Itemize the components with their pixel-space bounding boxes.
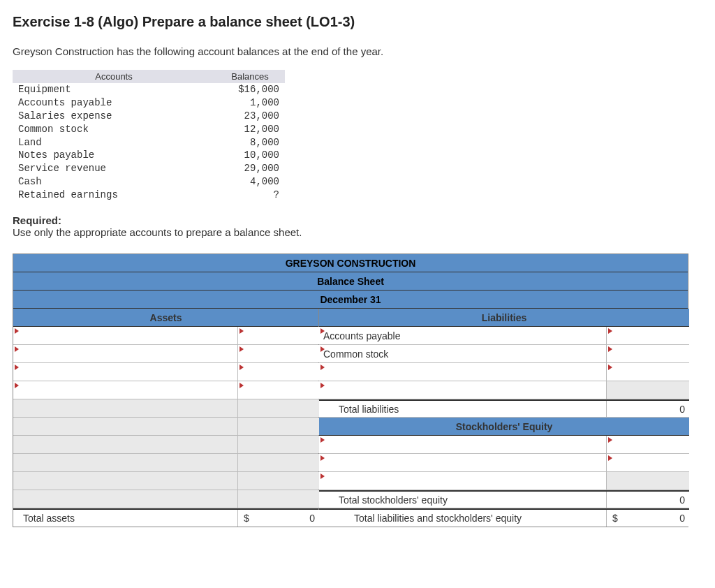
blank-cell: [607, 472, 689, 490]
total-liab-equity-value: 0: [607, 510, 689, 527]
intro-text: Greyson Construction has the following a…: [13, 45, 702, 57]
asset-account-dropdown[interactable]: [13, 345, 238, 362]
total-equity-label: Total stockholders' equity: [319, 492, 607, 508]
liability-account-dropdown[interactable]: [319, 381, 607, 399]
liability-amount-input[interactable]: [607, 327, 689, 344]
total-equity-value: 0: [607, 492, 689, 508]
liability-account-dropdown[interactable]: Accounts payable: [319, 327, 607, 344]
account-name: Accounts payable: [13, 96, 215, 110]
account-name: Retained earnings: [13, 189, 215, 202]
account-balance: 29,000: [215, 162, 285, 175]
dropdown-icon: [320, 437, 325, 443]
blank-cell: [13, 418, 238, 435]
liability-amount-input[interactable]: [607, 363, 689, 381]
dropdown-icon: [320, 455, 325, 461]
dropdown-icon: [15, 383, 19, 388]
total-liabilities-label: Total liabilities: [319, 401, 607, 417]
account-balance: 1,000: [215, 96, 285, 110]
account-name: Service revenue: [13, 162, 215, 175]
total-liabilities-value: 0: [607, 401, 689, 417]
account-balance: 12,000: [215, 123, 285, 136]
account-name: Land: [13, 136, 215, 149]
account-name: Equipment: [13, 83, 215, 96]
equity-header: Stockholders' Equity: [319, 418, 689, 436]
account-name: Cash: [13, 175, 215, 189]
page-title: Exercise 1-8 (Algo) Prepare a balance sh…: [13, 14, 702, 30]
assets-header: Assets: [13, 309, 318, 327]
dropdown-icon: [239, 383, 244, 388]
dropdown-icon: [608, 346, 612, 352]
equity-account-dropdown[interactable]: [319, 472, 607, 490]
blank-cell: [607, 381, 689, 399]
account-balance: $16,000: [215, 83, 285, 96]
total-assets-label: Total assets: [13, 510, 238, 527]
dropdown-icon: [320, 346, 325, 352]
accounts-col-header: Accounts: [13, 70, 215, 83]
dropdown-icon: [239, 346, 244, 352]
blank-cell: [13, 490, 238, 508]
account-balance: 10,000: [215, 149, 285, 162]
equity-account-dropdown[interactable]: [319, 436, 607, 453]
liability-account-dropdown[interactable]: Common stock: [319, 345, 607, 362]
liability-account-value: Common stock: [323, 348, 388, 360]
blank-cell: [238, 399, 319, 417]
accounts-table: Accounts Balances Equipment$16,000 Accou…: [13, 70, 285, 202]
account-balance: 8,000: [215, 136, 285, 149]
asset-amount-input[interactable]: [238, 381, 319, 399]
dropdown-icon: [608, 437, 612, 443]
dropdown-icon: [15, 365, 19, 370]
blank-cell: [238, 418, 319, 435]
balances-col-header: Balances: [215, 70, 285, 83]
blank-cell: [238, 472, 319, 490]
asset-account-dropdown[interactable]: [13, 363, 238, 381]
account-name: Common stock: [13, 123, 215, 136]
blank-cell: [13, 436, 238, 453]
bs-date: December 31: [13, 291, 688, 309]
account-balance: ?: [215, 189, 285, 202]
dropdown-icon: [15, 328, 19, 334]
dropdown-icon: [15, 346, 19, 352]
equity-amount-input[interactable]: [607, 454, 689, 471]
dropdown-icon: [608, 328, 612, 334]
dropdown-icon: [239, 328, 244, 334]
blank-cell: [13, 454, 238, 471]
liabilities-header: Liabilities: [319, 309, 689, 327]
bs-company: GREYSON CONSTRUCTION: [13, 254, 688, 272]
dropdown-icon: [320, 365, 325, 370]
blank-cell: [238, 436, 319, 453]
required-text: Use only the appropriate accounts to pre…: [13, 226, 702, 238]
asset-amount-input[interactable]: [238, 327, 319, 344]
equity-account-dropdown[interactable]: [319, 454, 607, 471]
assets-column: Assets: [13, 309, 319, 527]
required-label: Required:: [13, 214, 702, 226]
asset-amount-input[interactable]: [238, 345, 319, 362]
dropdown-icon: [608, 455, 612, 461]
liability-account-dropdown[interactable]: [319, 363, 607, 381]
dropdown-icon: [608, 365, 612, 370]
blank-cell: [238, 490, 319, 508]
account-balance: 4,000: [215, 175, 285, 189]
asset-account-dropdown[interactable]: [13, 381, 238, 399]
asset-amount-input[interactable]: [238, 363, 319, 381]
total-liab-equity-label: Total liabilities and stockholders' equi…: [319, 510, 607, 527]
liability-amount-input[interactable]: [607, 345, 689, 362]
dropdown-icon: [320, 473, 325, 479]
account-balance: 23,000: [215, 110, 285, 123]
blank-cell: [13, 399, 238, 417]
blank-cell: [13, 472, 238, 490]
blank-cell: [238, 454, 319, 471]
account-name: Salaries expense: [13, 110, 215, 123]
liability-account-value: Accounts payable: [323, 330, 401, 341]
dropdown-icon: [320, 328, 325, 334]
liabilities-equity-column: Liabilities Accounts payable Common stoc…: [319, 309, 689, 527]
balance-sheet: GREYSON CONSTRUCTION Balance Sheet Decem…: [13, 253, 688, 527]
account-name: Notes payable: [13, 149, 215, 162]
dropdown-icon: [320, 383, 325, 388]
asset-account-dropdown[interactable]: [13, 327, 238, 344]
total-assets-value: 0: [238, 510, 319, 527]
dropdown-icon: [239, 365, 244, 370]
bs-title: Balance Sheet: [13, 272, 688, 291]
equity-amount-input[interactable]: [607, 436, 689, 453]
